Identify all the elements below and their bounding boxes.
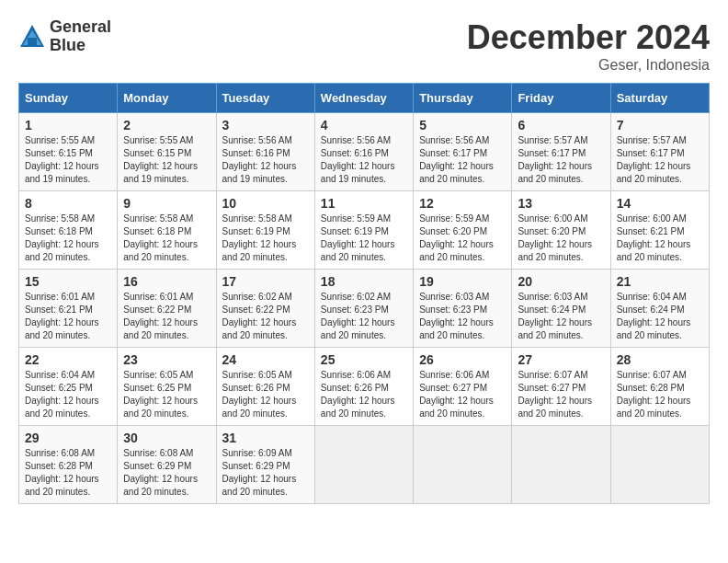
day-info: Sunrise: 6:00 AMSunset: 6:20 PMDaylight:… [518, 213, 592, 262]
day-info: Sunrise: 6:01 AMSunset: 6:22 PMDaylight:… [123, 292, 198, 340]
day-number: 20 [518, 274, 604, 289]
month-title: December 2024 [467, 18, 710, 57]
calendar-cell: 13 Sunrise: 6:00 AMSunset: 6:20 PMDaylig… [512, 191, 610, 270]
calendar-week-1: 1 Sunrise: 5:55 AMSunset: 6:15 PMDayligh… [19, 113, 710, 191]
calendar-cell: 1 Sunrise: 5:55 AMSunset: 6:15 PMDayligh… [19, 113, 118, 191]
day-number: 7 [617, 118, 703, 132]
header-wednesday: Wednesday [314, 84, 413, 113]
day-number: 4 [321, 118, 407, 132]
day-info: Sunrise: 5:56 AMSunset: 6:16 PMDaylight:… [222, 135, 297, 184]
calendar-cell: 20 Sunrise: 6:03 AMSunset: 6:24 PMDaylig… [512, 270, 610, 348]
calendar-cell: 14 Sunrise: 6:00 AMSunset: 6:21 PMDaylig… [610, 191, 709, 270]
calendar-week-2: 8 Sunrise: 5:58 AMSunset: 6:18 PMDayligh… [19, 191, 710, 270]
day-info: Sunrise: 6:06 AMSunset: 6:27 PMDaylight:… [419, 370, 494, 419]
title-area: December 2024 Geser, Indonesia [467, 18, 710, 74]
day-number: 22 [25, 352, 111, 367]
calendar-cell: 27 Sunrise: 6:07 AMSunset: 6:27 PMDaylig… [512, 348, 610, 426]
day-info: Sunrise: 6:03 AMSunset: 6:23 PMDaylight:… [419, 292, 494, 340]
day-number: 11 [321, 196, 407, 211]
day-number: 26 [419, 352, 506, 367]
day-info: Sunrise: 6:09 AMSunset: 6:29 PMDaylight:… [222, 448, 297, 497]
calendar-cell: 23 Sunrise: 6:05 AMSunset: 6:25 PMDaylig… [118, 348, 216, 426]
day-number: 18 [321, 274, 407, 289]
calendar-cell: 26 Sunrise: 6:06 AMSunset: 6:27 PMDaylig… [414, 348, 512, 426]
calendar-cell: 22 Sunrise: 6:04 AMSunset: 6:25 PMDaylig… [19, 348, 118, 426]
day-number: 10 [222, 196, 309, 211]
calendar-cell: 25 Sunrise: 6:06 AMSunset: 6:26 PMDaylig… [314, 348, 413, 426]
calendar-cell: 10 Sunrise: 5:58 AMSunset: 6:19 PMDaylig… [216, 191, 314, 270]
day-number: 15 [25, 274, 111, 289]
day-info: Sunrise: 5:55 AMSunset: 6:15 PMDaylight:… [123, 135, 198, 184]
day-number: 23 [123, 352, 210, 367]
location-title: Geser, Indonesia [467, 57, 710, 74]
calendar-header-row: SundayMondayTuesdayWednesdayThursdayFrid… [19, 84, 710, 113]
calendar-cell: 30 Sunrise: 6:08 AMSunset: 6:29 PMDaylig… [118, 426, 216, 504]
calendar-cell [414, 426, 512, 504]
calendar-cell [512, 426, 610, 504]
day-number: 6 [518, 118, 604, 132]
day-info: Sunrise: 6:08 AMSunset: 6:29 PMDaylight:… [123, 448, 198, 497]
calendar-cell: 6 Sunrise: 5:57 AMSunset: 6:17 PMDayligh… [512, 113, 610, 191]
header-monday: Monday [118, 84, 216, 113]
calendar-cell [610, 426, 709, 504]
day-number: 1 [25, 118, 111, 132]
calendar-cell: 9 Sunrise: 5:58 AMSunset: 6:18 PMDayligh… [118, 191, 216, 270]
calendar-week-5: 29 Sunrise: 6:08 AMSunset: 6:28 PMDaylig… [19, 426, 710, 504]
header-friday: Friday [512, 84, 610, 113]
day-number: 8 [25, 196, 111, 211]
day-number: 5 [419, 118, 506, 132]
calendar-cell: 17 Sunrise: 6:02 AMSunset: 6:22 PMDaylig… [216, 270, 314, 348]
logo: General Blue [18, 18, 111, 55]
day-number: 14 [617, 196, 703, 211]
page-header: General Blue December 2024 Geser, Indone… [18, 18, 710, 74]
calendar-cell [314, 426, 413, 504]
day-number: 16 [123, 274, 210, 289]
day-info: Sunrise: 6:00 AMSunset: 6:21 PMDaylight:… [617, 213, 691, 262]
calendar-cell: 3 Sunrise: 5:56 AMSunset: 6:16 PMDayligh… [216, 113, 314, 191]
calendar-cell: 12 Sunrise: 5:59 AMSunset: 6:20 PMDaylig… [414, 191, 512, 270]
svg-rect-2 [28, 38, 37, 45]
day-number: 21 [617, 274, 703, 289]
calendar-week-4: 22 Sunrise: 6:04 AMSunset: 6:25 PMDaylig… [19, 348, 710, 426]
day-info: Sunrise: 5:59 AMSunset: 6:20 PMDaylight:… [419, 213, 494, 262]
day-number: 2 [123, 118, 210, 132]
calendar-cell: 31 Sunrise: 6:09 AMSunset: 6:29 PMDaylig… [216, 426, 314, 504]
day-info: Sunrise: 6:05 AMSunset: 6:26 PMDaylight:… [222, 370, 297, 419]
day-info: Sunrise: 6:05 AMSunset: 6:25 PMDaylight:… [123, 370, 198, 419]
day-info: Sunrise: 5:56 AMSunset: 6:16 PMDaylight:… [321, 135, 395, 184]
day-info: Sunrise: 6:03 AMSunset: 6:24 PMDaylight:… [518, 292, 592, 340]
calendar-cell: 2 Sunrise: 5:55 AMSunset: 6:15 PMDayligh… [118, 113, 216, 191]
header-sunday: Sunday [19, 84, 118, 113]
day-info: Sunrise: 6:02 AMSunset: 6:22 PMDaylight:… [222, 292, 297, 340]
calendar-cell: 4 Sunrise: 5:56 AMSunset: 6:16 PMDayligh… [314, 113, 413, 191]
day-info: Sunrise: 6:02 AMSunset: 6:23 PMDaylight:… [321, 292, 395, 340]
day-number: 25 [321, 352, 407, 367]
day-number: 19 [419, 274, 506, 289]
header-tuesday: Tuesday [216, 84, 314, 113]
day-info: Sunrise: 6:04 AMSunset: 6:25 PMDaylight:… [25, 370, 99, 419]
calendar-table: SundayMondayTuesdayWednesdayThursdayFrid… [18, 83, 710, 504]
calendar-cell: 24 Sunrise: 6:05 AMSunset: 6:26 PMDaylig… [216, 348, 314, 426]
day-info: Sunrise: 6:04 AMSunset: 6:24 PMDaylight:… [617, 292, 691, 340]
day-number: 17 [222, 274, 309, 289]
day-info: Sunrise: 5:58 AMSunset: 6:19 PMDaylight:… [222, 213, 297, 262]
calendar-cell: 29 Sunrise: 6:08 AMSunset: 6:28 PMDaylig… [19, 426, 118, 504]
calendar-week-3: 15 Sunrise: 6:01 AMSunset: 6:21 PMDaylig… [19, 270, 710, 348]
header-thursday: Thursday [414, 84, 512, 113]
calendar-cell: 28 Sunrise: 6:07 AMSunset: 6:28 PMDaylig… [610, 348, 709, 426]
calendar-cell: 15 Sunrise: 6:01 AMSunset: 6:21 PMDaylig… [19, 270, 118, 348]
calendar-cell: 16 Sunrise: 6:01 AMSunset: 6:22 PMDaylig… [118, 270, 216, 348]
day-number: 29 [25, 431, 111, 445]
day-number: 9 [123, 196, 210, 211]
logo-text: General Blue [50, 18, 111, 55]
calendar-cell: 7 Sunrise: 5:57 AMSunset: 6:17 PMDayligh… [610, 113, 709, 191]
calendar-cell: 8 Sunrise: 5:58 AMSunset: 6:18 PMDayligh… [19, 191, 118, 270]
calendar-cell: 11 Sunrise: 5:59 AMSunset: 6:19 PMDaylig… [314, 191, 413, 270]
day-info: Sunrise: 6:07 AMSunset: 6:27 PMDaylight:… [518, 370, 592, 419]
day-number: 13 [518, 196, 604, 211]
day-info: Sunrise: 5:59 AMSunset: 6:19 PMDaylight:… [321, 213, 395, 262]
day-info: Sunrise: 6:07 AMSunset: 6:28 PMDaylight:… [617, 370, 691, 419]
calendar-cell: 18 Sunrise: 6:02 AMSunset: 6:23 PMDaylig… [314, 270, 413, 348]
day-info: Sunrise: 5:58 AMSunset: 6:18 PMDaylight:… [25, 213, 99, 262]
day-number: 27 [518, 352, 604, 367]
